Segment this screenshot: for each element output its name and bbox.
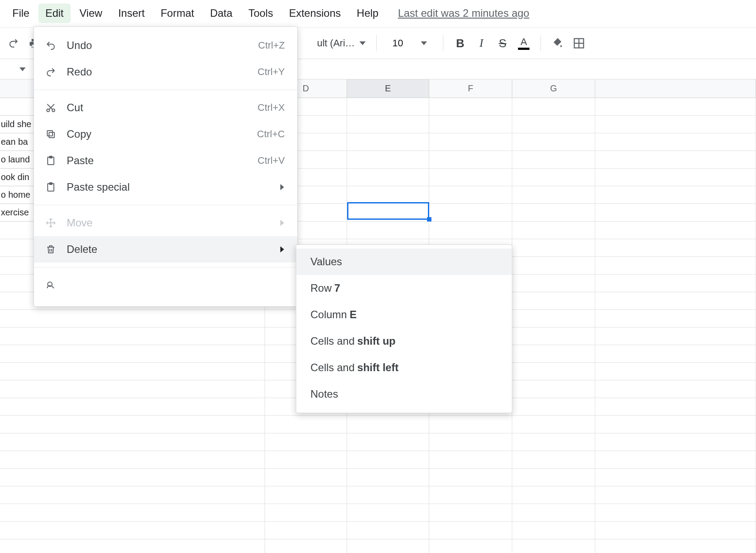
menu-format[interactable]: Format <box>154 4 201 23</box>
menu-separator <box>34 267 297 267</box>
active-cell-outline <box>347 202 429 220</box>
table-cell[interactable]: xercise <box>0 204 34 222</box>
menu-edit[interactable]: Edit <box>38 4 71 23</box>
table-cell[interactable]: uild she <box>0 116 34 133</box>
active-cell-handle[interactable] <box>427 217 431 222</box>
menu-tools[interactable]: Tools <box>241 4 280 23</box>
menu-item-find-replace[interactable] <box>34 272 297 298</box>
strikethrough-button[interactable]: S <box>494 34 511 52</box>
submenu-item-notes[interactable]: Notes <box>296 381 512 407</box>
redo-icon <box>45 67 57 77</box>
submenu-item-bold: shift left <box>357 361 398 374</box>
caret-down-icon <box>421 40 427 46</box>
menu-item-shortcut: Ctrl+Z <box>258 40 285 51</box>
menu-item-label: Paste <box>67 154 248 167</box>
submenu-item-label: Column <box>310 308 347 321</box>
chevron-right-icon <box>280 220 285 226</box>
menu-item-move: Move <box>34 210 297 236</box>
delete-submenu: Values Row 7 Column E Cells and shift up… <box>296 245 512 413</box>
chevron-right-icon <box>280 246 285 252</box>
trash-icon <box>45 244 57 255</box>
menu-item-label: Redo <box>67 66 248 78</box>
menu-insert[interactable]: Insert <box>111 4 152 23</box>
submenu-item-values[interactable]: Values <box>296 248 512 275</box>
table-cell[interactable]: o home <box>0 186 34 204</box>
submenu-item-label: Values <box>310 256 342 268</box>
submenu-item-column[interactable]: Column E <box>296 301 512 328</box>
menu-extensions[interactable]: Extensions <box>282 4 348 23</box>
svg-point-4 <box>47 109 49 112</box>
table-cell[interactable] <box>0 98 34 116</box>
toolbar-separator <box>376 35 377 51</box>
menu-view[interactable]: View <box>72 4 110 23</box>
cut-icon <box>45 102 57 113</box>
left-visible-cells: uild she ean ba o laund ook din o home x… <box>0 98 34 222</box>
menu-separator <box>34 205 297 205</box>
menu-item-label: Delete <box>67 243 270 256</box>
menu-data[interactable]: Data <box>203 4 240 23</box>
menu-item-undo[interactable]: Undo Ctrl+Z <box>34 32 297 59</box>
column-header-g[interactable]: G <box>512 79 595 98</box>
edit-menu-dropdown: Undo Ctrl+Z Redo Ctrl+Y Cut Ctrl+X Copy … <box>34 26 298 307</box>
column-header-e[interactable]: E <box>347 79 429 98</box>
submenu-item-shift-left[interactable]: Cells and shift left <box>296 354 512 381</box>
menu-item-shortcut: Ctrl+V <box>257 155 285 166</box>
name-box-caret[interactable] <box>0 59 31 79</box>
submenu-item-label: Cells and <box>310 361 355 374</box>
menu-item-delete[interactable]: Delete <box>34 236 297 263</box>
submenu-item-row[interactable]: Row 7 <box>296 275 512 301</box>
bold-button[interactable]: B <box>451 34 469 52</box>
submenu-item-shift-up[interactable]: Cells and shift up <box>296 328 512 354</box>
menu-help[interactable]: Help <box>350 4 386 23</box>
toolbar-separator <box>541 35 541 51</box>
last-edit-link[interactable]: Last edit was 2 minutes ago <box>398 7 529 19</box>
submenu-item-label: Cells and <box>310 335 355 347</box>
menu-item-label: Cut <box>67 102 248 114</box>
menu-separator <box>34 90 297 90</box>
font-family-dropdown[interactable]: ult (Ari… <box>314 38 368 49</box>
menu-item-shortcut: Ctrl+Y <box>257 66 285 78</box>
svg-rect-6 <box>49 132 54 138</box>
table-cell[interactable]: ook din <box>0 169 34 186</box>
italic-button[interactable]: I <box>472 34 490 52</box>
redo-icon[interactable] <box>4 34 22 52</box>
menu-item-shortcut: Ctrl+X <box>257 102 285 113</box>
submenu-item-label: Notes <box>310 388 338 400</box>
text-color-button[interactable]: A <box>515 34 533 52</box>
copy-icon <box>45 129 57 139</box>
table-cell[interactable]: o laund <box>0 151 34 169</box>
menubar: File Edit View Insert Format Data Tools … <box>0 0 756 26</box>
menu-item-redo[interactable]: Redo Ctrl+Y <box>34 59 297 85</box>
submenu-item-bold: 7 <box>334 282 340 294</box>
menu-item-shortcut: Ctrl+C <box>257 128 285 140</box>
font-size-value: 10 <box>393 38 403 49</box>
paste-icon <box>45 182 57 192</box>
svg-rect-7 <box>47 131 53 136</box>
font-family-label: ult (Ari… <box>317 38 355 49</box>
chevron-right-icon <box>280 184 285 190</box>
submenu-item-label: Row <box>310 282 332 294</box>
menu-item-label: Paste special <box>67 181 270 193</box>
column-header-f[interactable]: F <box>429 79 512 98</box>
borders-button[interactable] <box>570 34 588 52</box>
submenu-item-bold: E <box>350 308 357 321</box>
caret-down-icon <box>359 40 366 46</box>
menu-item-cut[interactable]: Cut Ctrl+X <box>34 94 297 121</box>
svg-point-5 <box>52 109 55 112</box>
table-cell[interactable]: ean ba <box>0 133 34 151</box>
undo-icon <box>45 40 57 51</box>
menu-item-paste[interactable]: Paste Ctrl+V <box>34 147 297 174</box>
paste-icon <box>45 155 57 166</box>
move-icon <box>45 218 57 228</box>
menu-file[interactable]: File <box>5 4 37 23</box>
menu-item-label: Copy <box>67 128 247 140</box>
fill-color-button[interactable] <box>549 34 567 52</box>
menu-item-label: Undo <box>67 39 249 52</box>
menu-item-paste-special[interactable]: Paste special <box>34 174 297 200</box>
font-size-dropdown[interactable]: 10 <box>393 38 427 49</box>
find-replace-icon <box>45 280 57 290</box>
toolbar-separator <box>443 35 443 51</box>
submenu-item-bold: shift up <box>357 335 396 347</box>
menu-item-label: Move <box>67 217 270 229</box>
menu-item-copy[interactable]: Copy Ctrl+C <box>34 121 297 147</box>
